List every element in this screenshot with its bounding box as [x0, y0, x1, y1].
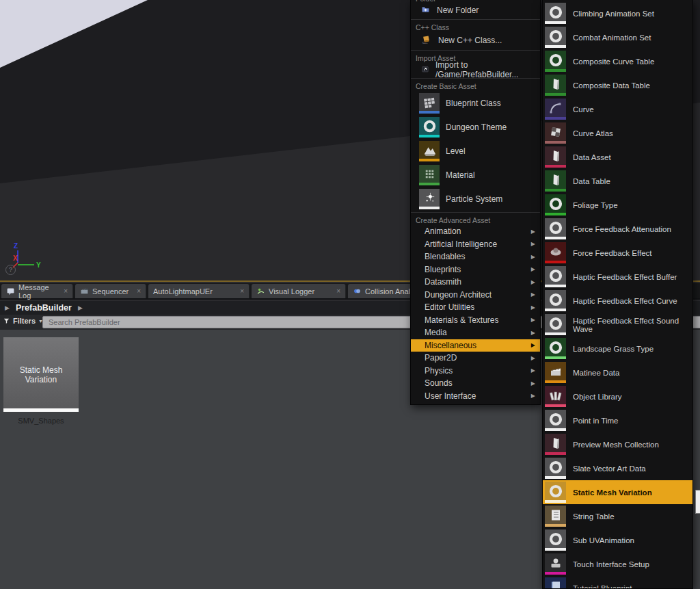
submenu-arrow-icon: ▶: [531, 355, 535, 361]
submenu-item-climbing-animation-set[interactable]: Climbing Animation Set: [543, 1, 692, 25]
tab-visual-logger[interactable]: Visual Logger×: [252, 284, 346, 298]
asset-color-bar: [545, 500, 566, 503]
submenu-item-label: Static Mesh Variation: [573, 488, 652, 497]
tab-label: Sequencer: [92, 287, 129, 296]
submenu-item-object-library[interactable]: Object Library: [543, 384, 692, 408]
submenu-arrow-icon: ▶: [531, 380, 535, 387]
menu-item-miscellaneous[interactable]: Miscellaneous▶: [411, 339, 540, 352]
menu-item-new-c-class[interactable]: C++New C++ Class...: [411, 32, 540, 49]
sub-uvanimation-icon: [545, 529, 566, 551]
submenu-item-haptic-feedback-effect-sound-wave[interactable]: Haptic Feedback Effect Sound Wave: [543, 313, 692, 337]
menu-item-new-folder[interactable]: New Folder: [411, 3, 540, 18]
submenu-item-static-mesh-variation[interactable]: Static Mesh Variation: [543, 480, 692, 504]
filters-button[interactable]: Filters ▼: [3, 317, 43, 325]
submenu-item-force-feedback-effect[interactable]: Force Feedback Effect: [543, 241, 692, 265]
curve-icon: [545, 99, 566, 120]
menu-item-dungeon-theme[interactable]: Dungeon Theme: [411, 115, 540, 139]
submenu-item-curve-atlas[interactable]: Curve Atlas: [543, 121, 692, 145]
asset-color-bar: [545, 141, 566, 144]
tab-label: Collision Analy: [365, 287, 414, 296]
asset-name-label[interactable]: SMV_Shapes: [0, 417, 82, 425]
submenu-item-sub-uvanimation[interactable]: Sub UVAnimation: [543, 528, 692, 552]
menu-item-blueprint-class[interactable]: Blueprint Class: [411, 91, 540, 115]
close-icon[interactable]: ×: [133, 287, 141, 295]
tab-autolightmapuer[interactable]: AutoLightmapUEr×: [148, 284, 250, 298]
static-mesh-variation-icon: [545, 482, 566, 503]
menu-item-dungeon-architect[interactable]: Dungeon Architect▶: [411, 289, 540, 302]
menu-item-artificial-intelligence[interactable]: Artificial Intelligence▶: [411, 238, 540, 251]
asset-color-bar: [545, 45, 566, 48]
asset-color-bar: [545, 21, 566, 24]
submenu-item-label: Composite Data Table: [573, 81, 650, 90]
menu-section-header: Create Basic Asset: [411, 80, 540, 91]
haptic-feedback-effect-sound-wave-icon: [545, 314, 566, 335]
submenu-arrow-icon: ▶: [531, 342, 535, 348]
menu-item-animation[interactable]: Animation▶: [411, 225, 540, 238]
chevron-right-icon[interactable]: ▶: [78, 304, 83, 311]
asset-color-bar: [419, 111, 440, 114]
slate-vector-art-data-icon: [545, 458, 566, 479]
tutorial-blueprint-icon: [545, 577, 566, 589]
menu-item-materials-textures[interactable]: Materials & Textures▶: [411, 314, 540, 327]
menu-item-level[interactable]: Level: [411, 139, 540, 163]
submenu-item-composite-data-table[interactable]: Composite Data Table: [543, 73, 692, 97]
submenu-item-composite-curve-table[interactable]: Composite Curve Table: [543, 49, 692, 73]
breadcrumb-path[interactable]: PrefabBuilder: [16, 303, 72, 313]
menu-item-datasmith[interactable]: Datasmith▶: [411, 276, 540, 289]
chevron-right-icon[interactable]: ▶: [5, 304, 10, 311]
submenu-item-matinee-data[interactable]: Matinee Data: [543, 361, 692, 384]
close-icon[interactable]: ×: [59, 287, 68, 295]
tab-sequencer[interactable]: Sequencer×: [75, 284, 146, 298]
close-icon[interactable]: ×: [236, 287, 244, 295]
submenu-item-haptic-feedback-effect-buffer[interactable]: Haptic Feedback Effect Buffer: [543, 265, 692, 289]
submenu-item-data-table[interactable]: Data Table: [543, 169, 692, 193]
submenu-item-label: Curve Atlas: [573, 129, 613, 138]
menu-item-particle-system[interactable]: Particle System: [411, 187, 540, 211]
menu-item-label: New C++ Class...: [438, 36, 502, 45]
menu-item-physics[interactable]: Physics▶: [411, 365, 540, 378]
axis-x-label: X: [13, 254, 18, 262]
close-icon[interactable]: ×: [332, 287, 340, 295]
submenu-item-string-table[interactable]: String Table: [543, 504, 692, 528]
menu-item-user-interface[interactable]: User Interface▶: [411, 390, 540, 403]
axis-z-label: Z: [14, 242, 18, 250]
menu-item-sounds[interactable]: Sounds▶: [411, 377, 540, 390]
submenu-item-tutorial-blueprint[interactable]: Tutorial Blueprint: [543, 576, 692, 589]
tab-message-log[interactable]: Message Log×: [1, 284, 73, 298]
submenu-item-preview-mesh-collection[interactable]: Preview Mesh Collection: [543, 432, 692, 456]
submenu-item-slate-vector-art-data[interactable]: Slate Vector Art Data: [543, 456, 692, 480]
haptic-feedback-effect-buffer-icon: [545, 266, 566, 287]
menu-separator: [411, 212, 540, 213]
menu-item-material[interactable]: Material: [411, 163, 540, 187]
touch-interface-setup-icon: [545, 553, 566, 575]
asset-color-bar: [545, 524, 566, 527]
folderplus-icon: [420, 5, 431, 16]
menu-item-paper2d[interactable]: Paper2D▶: [411, 352, 540, 365]
submenu-item-combat-animation-set[interactable]: Combat Animation Set: [543, 25, 692, 49]
menu-item-blendables[interactable]: Blendables▶: [411, 250, 540, 263]
submenu-item-landscape-grass-type[interactable]: Landscape Grass Type: [543, 337, 692, 361]
force-feedback-attenuation-icon: [545, 218, 566, 239]
submenu-item-label: Tutorial Blueprint: [573, 584, 632, 589]
asset-color-bar: [545, 285, 566, 287]
asset-thumbnail[interactable]: Static Mesh Variation: [3, 337, 79, 412]
submenu-item-curve[interactable]: Curve: [543, 97, 692, 121]
menu-item-media[interactable]: Media▶: [411, 326, 540, 339]
submenu-item-data-asset[interactable]: Data Asset: [543, 145, 692, 169]
force-feedback-effect-icon: [545, 242, 566, 263]
filters-label: Filters: [13, 317, 36, 325]
climbing-animation-set-icon: [545, 3, 566, 24]
submenu-item-haptic-feedback-effect-curve[interactable]: Haptic Feedback Effect Curve: [543, 289, 692, 313]
help-icon[interactable]: ?: [5, 265, 16, 275]
submenu-item-foliage-type[interactable]: Foliage Type: [543, 193, 692, 217]
asset-color-bar: [545, 572, 566, 575]
menu-item-blueprints[interactable]: Blueprints▶: [411, 263, 540, 276]
import-icon: [420, 65, 430, 75]
submenu-item-point-in-time[interactable]: Point in Time: [543, 408, 692, 432]
menu-item-import-to-game-prefabbuilder[interactable]: Import to /Game/PrefabBuilder...: [411, 63, 540, 77]
submenu-item-touch-interface-setup[interactable]: Touch Interface Setup: [543, 552, 692, 576]
menu-item-label: Sounds: [425, 378, 453, 388]
menu-item-editor-utilities[interactable]: Editor Utilities▶: [411, 301, 540, 314]
submenu-item-force-feedback-attenuation[interactable]: Force Feedback Attenuation: [543, 217, 692, 241]
asset-color-bar: [545, 189, 566, 192]
